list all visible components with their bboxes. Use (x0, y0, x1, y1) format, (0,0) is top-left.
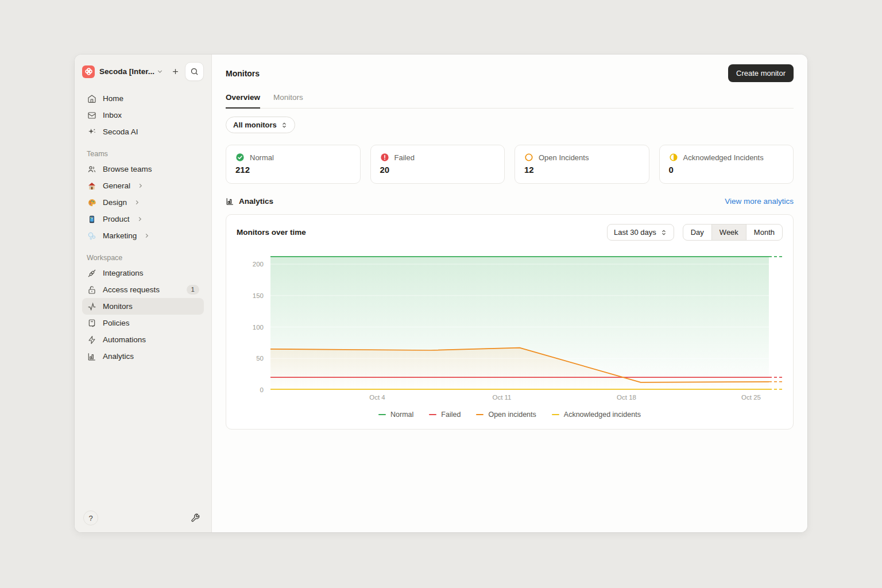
chevron-down-icon[interactable] (156, 68, 164, 75)
sidebar-item-label: Product (103, 215, 130, 223)
add-button[interactable] (169, 65, 181, 78)
period-month-button[interactable]: Month (746, 225, 782, 240)
bar-chart-icon (226, 197, 234, 206)
page-title: Monitors (226, 69, 260, 78)
sidebar-item-label: Monitors (103, 302, 133, 311)
monitors-chart: 050100150200Oct 4Oct 11Oct 18Oct 25 (237, 244, 783, 404)
search-button[interactable] (185, 62, 204, 81)
sidebar-item-access-requests[interactable]: Access requests 1 (82, 281, 204, 298)
analytics-section-title: Analytics (239, 197, 273, 206)
lightning-icon (87, 335, 97, 345)
chart-legend: Normal Failed Open incidents Acknowledge… (237, 411, 783, 419)
sidebar-item-monitors[interactable]: Monitors (82, 298, 204, 315)
sidebar-item-label: Automations (103, 335, 146, 344)
stat-cards: Normal 212 Failed 20 Open Inci (226, 145, 794, 184)
sidebar-item-label: Home (103, 94, 123, 103)
circle-outline-icon (524, 153, 533, 162)
legend-item-acknowledged-incidents: Acknowledged incidents (552, 411, 641, 419)
svg-text:Oct 4: Oct 4 (369, 394, 385, 401)
sidebar-item-label: Inbox (103, 111, 122, 119)
monitor-filter-dropdown[interactable]: All monitors (226, 117, 295, 133)
stat-label: Acknowledged Incidents (683, 153, 764, 162)
sidebar-item-label: General (103, 181, 130, 190)
sidebar-item-team-design[interactable]: Design (82, 194, 204, 211)
sidebar-item-label: Policies (103, 319, 130, 327)
chart-header: Monitors over time Last 30 days Day Week… (237, 224, 783, 241)
legend-dash (552, 414, 559, 416)
sidebar-footer: ? (82, 510, 204, 525)
stat-value: 212 (235, 165, 351, 175)
sidebar-item-automations[interactable]: Automations (82, 331, 204, 348)
stat-card-normal: Normal 212 (226, 145, 361, 184)
tab-monitors[interactable]: Monitors (273, 93, 303, 109)
sidebar-item-team-product[interactable]: Product (82, 211, 204, 227)
period-week-button[interactable]: Week (711, 225, 746, 240)
tab-bar: Overview Monitors (226, 93, 794, 109)
sparkles-icon (87, 127, 97, 137)
legend-item-normal: Normal (378, 411, 413, 419)
tab-overview[interactable]: Overview (226, 93, 260, 109)
svg-text:Oct 11: Oct 11 (492, 394, 511, 401)
bar-chart-icon (87, 352, 97, 361)
create-monitor-button[interactable]: Create monitor (728, 64, 794, 82)
check-circle-icon (235, 153, 245, 162)
sidebar-item-policies[interactable]: Policies (82, 315, 204, 331)
sidebar-item-label: Analytics (103, 352, 134, 361)
chart-title: Monitors over time (237, 228, 306, 237)
sidebar-item-label: Marketing (103, 231, 137, 240)
sidebar-item-label: Browse teams (103, 165, 152, 173)
stat-label: Open Incidents (539, 153, 589, 162)
stat-value: 0 (669, 165, 784, 175)
period-segmented-control: Day Week Month (683, 224, 783, 241)
stat-card-failed: Failed 20 (370, 145, 505, 184)
chevron-updown-icon (281, 122, 288, 129)
main-content: Monitors Create monitor Overview Monitor… (212, 55, 807, 532)
palette-emoji-icon (87, 198, 97, 207)
date-range-label: Last 30 days (614, 228, 656, 237)
wrench-icon (191, 513, 200, 523)
svg-text:50: 50 (256, 355, 264, 362)
sidebar-item-team-general[interactable]: General (82, 177, 204, 194)
page-header: Monitors Create monitor (226, 55, 794, 82)
chevron-right-icon (134, 199, 140, 206)
chevron-updown-icon (660, 229, 667, 236)
admin-tools-button[interactable] (188, 510, 203, 525)
stat-value: 20 (380, 165, 496, 175)
sidebar-item-label: Secoda AI (103, 127, 138, 136)
period-day-button[interactable]: Day (683, 225, 711, 240)
svg-text:200: 200 (253, 261, 264, 268)
chevron-right-icon (137, 216, 143, 222)
legend-label: Failed (441, 411, 461, 419)
unlock-icon (87, 285, 97, 295)
sidebar-item-team-marketing[interactable]: Marketing (82, 227, 204, 244)
workspace-name[interactable]: Secoda [Inter... (99, 67, 154, 76)
analytics-section-header: Analytics View more analytics (226, 197, 794, 206)
monitors-over-time-card: Monitors over time Last 30 days Day Week… (226, 214, 794, 430)
legend-item-open-incidents: Open incidents (476, 411, 536, 419)
sidebar-item-inbox[interactable]: Inbox (82, 107, 204, 123)
legend-dash (476, 414, 483, 416)
date-range-dropdown[interactable]: Last 30 days (607, 224, 674, 241)
policy-document-icon (87, 319, 97, 328)
primary-nav: Home Inbox Secoda AI (82, 90, 204, 140)
stat-label: Failed (394, 153, 415, 162)
sidebar-item-secoda-ai[interactable]: Secoda AI (82, 123, 204, 140)
svg-text:100: 100 (253, 324, 264, 331)
sidebar-item-label: Design (103, 198, 127, 207)
filter-label: All monitors (233, 121, 277, 129)
svg-text:Oct 18: Oct 18 (617, 394, 636, 401)
sidebar-item-browse-teams[interactable]: Browse teams (82, 161, 204, 177)
sidebar-item-home[interactable]: Home (82, 90, 204, 107)
stat-value: 12 (524, 165, 640, 175)
stat-card-acknowledged-incidents: Acknowledged Incidents 0 (659, 145, 794, 184)
view-more-analytics-link[interactable]: View more analytics (725, 197, 794, 206)
legend-label: Open incidents (488, 411, 536, 419)
sidebar-item-label: Access requests (103, 285, 160, 294)
teams-nav: Browse teams General Design Product Mark… (82, 161, 204, 244)
legend-dash (378, 414, 386, 416)
secoda-logo-icon (82, 65, 95, 78)
sidebar-item-integrations[interactable]: Integrations (82, 265, 204, 281)
help-button[interactable]: ? (83, 510, 98, 525)
pulse-icon (87, 302, 97, 311)
sidebar-item-analytics[interactable]: Analytics (82, 348, 204, 365)
